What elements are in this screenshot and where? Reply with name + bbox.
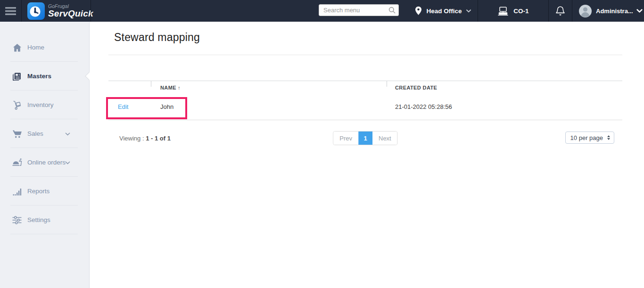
notifications-button[interactable] <box>549 0 572 22</box>
sidebar-item-label: Sales <box>27 130 43 137</box>
sidebar-item-label: Settings <box>27 216 50 223</box>
table-header-row: NAME ↑ CREATED DATE <box>108 81 622 94</box>
name-column-label: NAME <box>160 85 176 91</box>
pager: Prev 1 Next <box>333 131 397 145</box>
home-icon <box>12 42 22 53</box>
viewing-value: 1 - 1 of 1 <box>146 135 171 142</box>
sidebar-item-home[interactable]: Home <box>0 33 89 62</box>
name-column-header[interactable]: NAME ↑ <box>151 81 387 94</box>
chevron-down-icon <box>636 9 643 13</box>
prev-page-button[interactable]: Prev <box>333 132 358 145</box>
terminal-selector[interactable]: CO-1 <box>478 0 548 22</box>
hamburger-icon <box>5 7 16 15</box>
brand-name-label: ServQuick <box>48 9 93 18</box>
app-logo: GoFrugal ServQuick <box>22 0 91 22</box>
settings-sliders-icon <box>12 215 22 225</box>
main-content: Steward mapping NAME ↑ CREATED DATE Edit <box>90 22 644 288</box>
row-name-cell: John <box>151 103 387 110</box>
created-date-column-header[interactable]: CREATED DATE <box>387 81 622 94</box>
header-divider <box>91 0 91 22</box>
online-orders-food-icon <box>12 157 22 168</box>
sidebar-item-reports[interactable]: Reports <box>0 177 89 206</box>
sidebar-item-inventory[interactable]: Inventory <box>0 91 89 119</box>
terminal-label: CO-1 <box>513 8 528 15</box>
avatar <box>579 5 592 17</box>
chevron-down-icon <box>466 9 471 13</box>
created-date-column-label: CREATED DATE <box>395 85 437 91</box>
pagination-bar: Viewing : 1 - 1 of 1 Prev 1 Next 10 per … <box>108 131 622 145</box>
user-menu[interactable]: Administra... <box>572 0 644 22</box>
sales-cart-icon <box>12 129 22 139</box>
column-separator <box>387 81 387 87</box>
user-name-label: Administra... <box>596 8 633 15</box>
sidebar-item-label: Home <box>27 44 44 51</box>
sidebar-nav: Home Masters <box>0 22 90 288</box>
sidebar-item-online-orders[interactable]: Online orders <box>0 148 89 177</box>
next-page-button[interactable]: Next <box>372 132 397 145</box>
sidebar-item-settings[interactable]: Settings <box>0 206 89 234</box>
reports-chart-icon <box>12 186 22 197</box>
sidebar-item-sales[interactable]: Sales <box>0 119 89 148</box>
viewing-summary: Viewing : 1 - 1 of 1 <box>119 135 171 142</box>
bell-icon <box>555 6 565 16</box>
location-label: Head Office <box>426 8 462 15</box>
chevron-down-icon <box>65 161 70 165</box>
viewing-label: Viewing : <box>119 135 144 142</box>
divider <box>108 55 622 55</box>
current-page-button[interactable]: 1 <box>358 132 372 145</box>
sidebar-item-label: Reports <box>27 188 50 195</box>
top-bar: GoFrugal ServQuick Head Office <box>0 0 644 22</box>
inventory-handtruck-icon <box>12 100 22 110</box>
table-row: Edit John 21-01-2022 05:28:56 <box>108 94 622 120</box>
select-spinner-icon <box>607 135 610 140</box>
actions-column-header <box>108 81 151 94</box>
row-action-cell: Edit <box>108 103 151 110</box>
pos-terminal-icon <box>497 7 509 16</box>
servquick-logo-icon <box>27 2 45 20</box>
location-pin-icon <box>415 6 422 16</box>
chevron-down-icon <box>65 132 70 136</box>
edit-link[interactable]: Edit <box>118 103 128 110</box>
per-page-value: 10 per page <box>570 134 603 141</box>
column-separator <box>151 81 151 87</box>
steward-table: NAME ↑ CREATED DATE Edit John 21-01-2022… <box>108 81 622 120</box>
location-selector[interactable]: Head Office <box>408 0 478 22</box>
sidebar-item-masters[interactable]: Masters <box>0 62 89 91</box>
sort-ascending-icon: ↑ <box>178 85 181 91</box>
sidebar-item-label: Masters <box>27 73 51 80</box>
per-page-select[interactable]: 10 per page <box>565 132 614 144</box>
menu-search <box>319 4 399 16</box>
search-input[interactable] <box>319 4 399 16</box>
sidebar-item-label: Online orders <box>27 159 66 166</box>
brand-top-label: GoFrugal <box>48 4 93 9</box>
hamburger-menu-button[interactable] <box>0 0 21 22</box>
row-created-date-cell: 21-01-2022 05:28:56 <box>387 103 622 110</box>
search-icon <box>388 7 396 14</box>
sidebar-item-label: Inventory <box>27 101 54 108</box>
page-title: Steward mapping <box>114 30 622 45</box>
masters-icon <box>12 71 22 82</box>
